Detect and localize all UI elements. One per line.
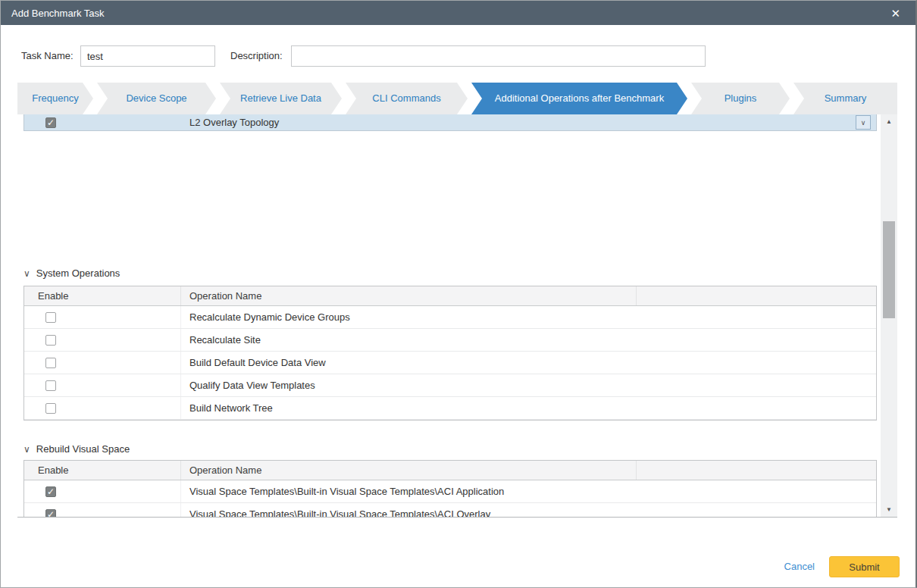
tab-retrieve-live-data[interactable]: Retrieve Live Data bbox=[220, 83, 342, 114]
column-header-operation-name: Operation Name bbox=[181, 286, 637, 305]
table-header: Enable Operation Name bbox=[24, 286, 876, 306]
table-row[interactable]: Visual Space Templates\Built-in Visual S… bbox=[24, 480, 876, 503]
table-row[interactable]: Qualify Data View Templates bbox=[24, 374, 876, 397]
scrollbar-thumb[interactable] bbox=[883, 221, 895, 318]
checkbox[interactable] bbox=[45, 403, 56, 414]
section-header-system-operations[interactable]: ∨System Operations bbox=[23, 267, 120, 279]
dialog-footer: Cancel Submit bbox=[1, 540, 915, 587]
operation-label: Recalculate Site bbox=[181, 334, 637, 346]
checkbox[interactable] bbox=[45, 486, 56, 497]
submit-button[interactable]: Submit bbox=[829, 556, 900, 577]
table-row-l2-overlay-topology[interactable]: L2 Overlay Topology ∨ bbox=[23, 114, 877, 131]
dialog-title: Add Benchmark Task bbox=[11, 8, 105, 19]
table-row[interactable]: Recalculate Dynamic Device Groups bbox=[24, 306, 876, 329]
tab-plugins[interactable]: Plugins bbox=[691, 83, 790, 114]
operation-label: Visual Space Templates\Built-in Visual S… bbox=[181, 508, 637, 518]
table-header: Enable Operation Name bbox=[24, 461, 876, 480]
checkbox[interactable] bbox=[45, 358, 56, 368]
operations-scroll-area: L2 Overlay Topology ∨ ∨System Operations… bbox=[17, 114, 897, 518]
checkbox[interactable] bbox=[45, 117, 56, 128]
description-input[interactable] bbox=[291, 45, 706, 67]
column-header-enable: Enable bbox=[24, 286, 181, 305]
tab-summary[interactable]: Summary bbox=[793, 83, 897, 114]
operation-label: L2 Overlay Topology bbox=[189, 117, 279, 128]
tab-device-scope[interactable]: Device Scope bbox=[97, 83, 216, 114]
tab-frequency[interactable]: Frequency bbox=[17, 83, 93, 114]
checkbox[interactable] bbox=[45, 509, 56, 518]
column-header-enable: Enable bbox=[24, 461, 181, 480]
close-icon[interactable]: ✕ bbox=[886, 6, 905, 20]
tab-additional-operations[interactable]: Additional Operations after Benchmark bbox=[471, 83, 687, 114]
checkbox[interactable] bbox=[45, 335, 56, 346]
table-row[interactable]: Build Default Device Data View bbox=[24, 352, 876, 374]
section-title: System Operations bbox=[36, 267, 120, 279]
column-header-extra bbox=[637, 461, 876, 480]
table-row[interactable]: Build Network Tree bbox=[24, 397, 876, 420]
task-name-label: Task Name: bbox=[21, 50, 74, 61]
chevron-down-icon[interactable]: ∨ bbox=[856, 115, 871, 130]
wizard-tabbar: Frequency Device Scope Retrieve Live Dat… bbox=[17, 83, 897, 114]
column-header-extra bbox=[637, 286, 876, 305]
operation-label: Visual Space Templates\Built-in Visual S… bbox=[181, 486, 637, 497]
tab-cli-commands[interactable]: CLI Commands bbox=[346, 83, 468, 114]
operation-label: Build Network Tree bbox=[181, 402, 637, 414]
rebuild-visual-space-table: Enable Operation Name Visual Space Templ… bbox=[23, 460, 877, 518]
collapse-icon[interactable]: ∨ bbox=[23, 268, 30, 279]
operation-label: Qualify Data View Templates bbox=[181, 380, 637, 391]
checkbox[interactable] bbox=[45, 380, 56, 391]
description-label: Description: bbox=[230, 50, 283, 61]
cancel-button[interactable]: Cancel bbox=[784, 561, 815, 572]
scroll-up-icon[interactable]: ▲ bbox=[881, 116, 897, 128]
operation-label: Build Default Device Data View bbox=[181, 357, 637, 368]
task-name-input[interactable] bbox=[80, 45, 215, 67]
operation-label: Recalculate Dynamic Device Groups bbox=[181, 311, 637, 323]
task-form: Task Name: Description: bbox=[1, 45, 915, 67]
checkbox[interactable] bbox=[45, 312, 56, 323]
table-row[interactable]: Recalculate Site bbox=[24, 329, 876, 352]
system-operations-table: Enable Operation Name Recalculate Dynami… bbox=[23, 286, 877, 421]
scroll-down-icon[interactable]: ▼ bbox=[881, 504, 897, 516]
vertical-scrollbar[interactable]: ▲ ▼ bbox=[881, 114, 897, 518]
section-header-rebuild-visual-space[interactable]: ∨Rebuild Visual Space bbox=[23, 443, 130, 455]
add-benchmark-task-dialog: { "dialog": { "title": "Add Benchmark Ta… bbox=[0, 0, 917, 588]
table-row[interactable]: Visual Space Templates\Built-in Visual S… bbox=[24, 503, 876, 518]
dialog-titlebar: Add Benchmark Task ✕ bbox=[1, 1, 915, 25]
column-header-operation-name: Operation Name bbox=[181, 461, 637, 480]
section-title: Rebuild Visual Space bbox=[36, 443, 130, 455]
collapse-icon[interactable]: ∨ bbox=[23, 444, 30, 455]
